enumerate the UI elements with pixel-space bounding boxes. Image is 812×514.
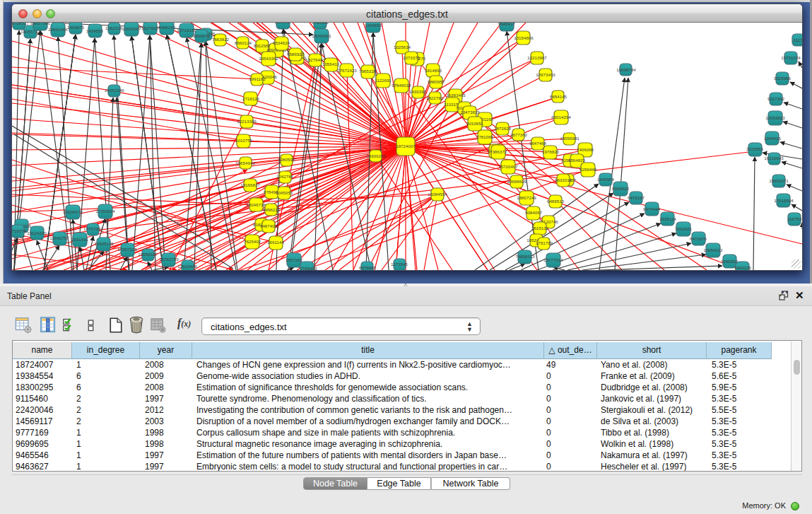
svg-text:1657262: 1657262 [286, 257, 303, 262]
svg-text:1443135: 1443135 [734, 265, 752, 270]
svg-text:19384554: 19384554 [428, 192, 447, 197]
svg-text:1273545: 1273545 [391, 262, 408, 267]
svg-text:12505135: 12505135 [94, 241, 114, 246]
svg-text:13473829: 13473829 [460, 110, 480, 115]
svg-text:1615132: 1615132 [531, 226, 549, 230]
svg-text:2677360: 2677360 [510, 132, 528, 137]
svg-text:7032621: 7032621 [675, 226, 693, 231]
svg-text:1814893: 1814893 [425, 68, 442, 73]
svg-text:9329966: 9329966 [774, 76, 792, 81]
svg-text:8688937: 8688937 [275, 23, 293, 24]
svg-text:19654943: 19654943 [235, 160, 255, 165]
svg-text:9632016: 9632016 [555, 177, 572, 182]
svg-text:7406088: 7406088 [577, 147, 594, 152]
svg-text:77769453: 77769453 [298, 266, 317, 270]
svg-text:12213389: 12213389 [237, 119, 257, 124]
svg-text:8498222: 8498222 [263, 207, 281, 212]
svg-text:18069901: 18069901 [312, 33, 331, 38]
svg-text:1822782: 1822782 [426, 95, 444, 100]
svg-text:116753: 116753 [787, 216, 802, 221]
svg-text:8660124: 8660124 [235, 40, 252, 45]
svg-text:17957225: 17957225 [117, 247, 137, 252]
svg-text:6586923: 6586923 [287, 52, 305, 57]
svg-text:8706562: 8706562 [312, 23, 329, 25]
svg-text:6564823: 6564823 [568, 158, 586, 163]
svg-text:10046738: 10046738 [246, 202, 266, 207]
svg-text:1434558: 1434558 [86, 28, 104, 33]
svg-text:1978820: 1978820 [542, 149, 560, 154]
svg-text:26053346: 26053346 [105, 88, 124, 93]
svg-text:20206578: 20206578 [63, 209, 83, 214]
svg-text:1117: 1117 [794, 37, 802, 42]
svg-text:1640954: 1640954 [597, 177, 615, 182]
svg-text:74808313: 74808313 [515, 254, 535, 259]
svg-text:2781080: 2781080 [476, 134, 494, 139]
svg-text:6479197: 6479197 [628, 195, 645, 200]
svg-text:16383465: 16383465 [446, 93, 466, 98]
svg-text:2718126: 2718126 [242, 96, 260, 101]
svg-text:2935114: 2935114 [659, 216, 676, 221]
svg-text:1527602: 1527602 [141, 25, 159, 30]
svg-text:16543362: 16543362 [259, 56, 278, 61]
svg-text:1691144: 1691144 [267, 240, 284, 245]
svg-text:15692971: 15692971 [769, 178, 789, 183]
svg-text:16210643: 16210643 [764, 156, 784, 160]
svg-text:12093823: 12093823 [765, 115, 785, 120]
svg-text:1025634: 1025634 [394, 45, 411, 49]
svg-text:15751074: 15751074 [781, 55, 801, 60]
svg-text:8466160: 8466160 [158, 25, 176, 30]
svg-text:10654112: 10654112 [703, 247, 723, 252]
svg-text:12213967: 12213967 [527, 55, 547, 60]
svg-text:9647468: 9647468 [529, 141, 547, 146]
svg-text:17016504: 17016504 [774, 198, 794, 203]
svg-text:18724007: 18724007 [396, 144, 416, 148]
svg-text:1430391: 1430391 [409, 89, 427, 94]
svg-text:10154806: 10154806 [514, 35, 534, 40]
svg-text:3215953: 3215953 [746, 146, 764, 151]
svg-text:9487401: 9487401 [260, 223, 278, 228]
svg-text:18708317: 18708317 [12, 23, 29, 25]
svg-text:10653287: 10653287 [122, 26, 141, 31]
svg-text:9227342: 9227342 [767, 96, 785, 101]
svg-text:9646417: 9646417 [498, 23, 516, 26]
svg-text:15720407: 15720407 [498, 164, 518, 169]
svg-text:6654145: 6654145 [550, 94, 567, 99]
svg-text:2719374: 2719374 [12, 228, 27, 233]
svg-text:7386372: 7386372 [490, 149, 507, 154]
svg-text:1204653: 1204653 [365, 23, 382, 28]
svg-text:68957986: 68957986 [30, 23, 50, 25]
svg-text:12942757: 12942757 [49, 235, 69, 240]
svg-text:19757867: 19757867 [83, 226, 103, 231]
svg-text:2872624: 2872624 [494, 126, 512, 131]
svg-text:16648784: 16648784 [616, 67, 636, 72]
svg-text:1280598: 1280598 [278, 157, 295, 162]
svg-text:97848018: 97848018 [392, 83, 411, 88]
svg-text:10973493: 10973493 [536, 72, 555, 77]
svg-text:18300293: 18300293 [366, 153, 386, 158]
svg-text:8471676: 8471676 [690, 236, 707, 241]
svg-text:7663822: 7663822 [212, 37, 230, 42]
svg-text:13777014: 13777014 [543, 257, 563, 262]
svg-text:9045053: 9045053 [276, 190, 293, 195]
svg-text:19124190: 19124190 [27, 230, 47, 235]
svg-text:8379965: 8379965 [359, 265, 377, 270]
svg-text:17359924: 17359924 [95, 209, 115, 214]
svg-text:2931491: 2931491 [71, 237, 89, 242]
svg-text:8534624: 8534624 [273, 40, 290, 45]
svg-text:10688609: 10688609 [507, 179, 526, 184]
svg-text:1434873: 1434873 [67, 25, 85, 30]
svg-text:6299468: 6299468 [579, 167, 597, 172]
svg-text:16782759: 16782759 [159, 257, 179, 262]
svg-text:1073375: 1073375 [403, 55, 420, 60]
svg-text:1362316: 1362316 [105, 25, 123, 30]
svg-text:10719155: 10719155 [177, 28, 196, 33]
svg-text:65014294: 65014294 [551, 115, 571, 119]
svg-text:1244415: 1244415 [764, 136, 782, 141]
svg-text:1791769: 1791769 [536, 240, 553, 245]
svg-text:8938923: 8938923 [612, 186, 630, 191]
svg-text:16556981: 16556981 [560, 136, 579, 141]
svg-text:9245652: 9245652 [721, 259, 739, 264]
svg-text:1122691: 1122691 [375, 78, 392, 83]
svg-text:7965328: 7965328 [359, 69, 377, 74]
svg-text:1010755: 1010755 [235, 138, 253, 143]
